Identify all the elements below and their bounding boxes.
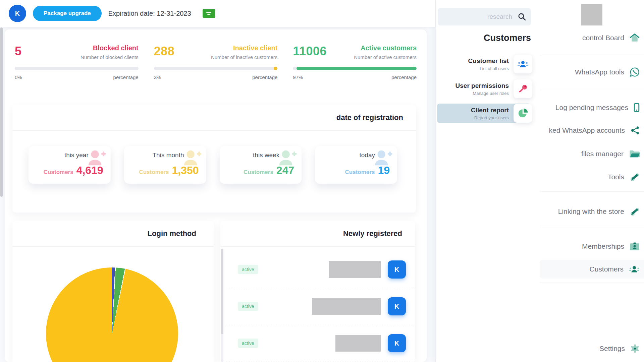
sidebar-item-customers[interactable]: Customers <box>540 260 644 279</box>
sidebar-item-log-pending-messages[interactable]: Log pending messages <box>540 98 644 117</box>
search-icon[interactable] <box>518 12 526 21</box>
sidebar-item-linking-with-store[interactable]: Linking with the store <box>540 202 644 221</box>
sidebar-item-files-manager[interactable]: files manager <box>540 144 644 163</box>
stat-title: Active customers <box>354 44 417 52</box>
sidebar-divider <box>540 191 644 192</box>
registration-card-this-week[interactable]: this week Customers 247 <box>220 146 302 184</box>
period-label: This month <box>131 152 199 159</box>
newly-registered-title: Newly registered <box>220 221 415 247</box>
sidebar-item-memberships[interactable]: Memberships <box>540 237 644 256</box>
stat-inactive-clients: 288 Inactive client Number of inactive c… <box>154 44 278 80</box>
submenu-item-user-permissions[interactable]: User permissions Manage user roles <box>436 78 540 100</box>
users-icon <box>514 55 532 73</box>
registration-card-this-month[interactable]: This month Customers 1,350 <box>124 146 206 184</box>
sidebar-item-label: Log pending messages <box>555 104 628 112</box>
period-label: this week <box>227 152 294 159</box>
search-placeholder: research <box>487 13 512 20</box>
stat-value: 5 <box>15 44 22 58</box>
top-bar: K Package upgrade Expiration date: 12-31… <box>0 0 435 27</box>
customers-value: 4,619 <box>76 164 103 177</box>
sidebar-item-settings[interactable]: Settings <box>540 339 644 358</box>
sidebar-item-whatsapp-tools[interactable]: WhatsApp tools <box>540 63 644 81</box>
sidebar-item-label: Tools <box>608 173 624 181</box>
registration-cards-row: this year Customers 4,619 <box>12 131 416 184</box>
stats-row: 5 Blocked client Number of blocked clien… <box>15 44 417 80</box>
newly-registered-card: Newly registered active K active K <box>220 221 415 362</box>
saudi-flag-icon[interactable] <box>203 9 215 18</box>
avatar[interactable]: K <box>388 260 406 279</box>
sidebar-divider <box>540 55 644 55</box>
progress-bar <box>154 67 278 70</box>
stat-subtitle: Number of inactive customers <box>211 54 277 60</box>
package-upgrade-button[interactable]: Package upgrade <box>33 6 102 21</box>
sidebar-item-label: Customers <box>589 265 624 273</box>
share-icon <box>630 126 640 135</box>
submenu-item-title: User permissions <box>455 82 509 89</box>
user-avatar[interactable]: K <box>9 5 26 22</box>
redacted-name-bar <box>312 298 381 315</box>
stat-subtitle: Number of blocked clients <box>80 54 139 60</box>
people-icon <box>629 265 640 273</box>
login-method-card: Login method <box>12 221 214 362</box>
folder-icon <box>629 149 640 158</box>
avatar[interactable]: K <box>388 334 406 352</box>
search-input[interactable]: research <box>438 8 531 25</box>
sidebar-item-linked-whatsapp-accounts[interactable]: Linked WhatsApp accounts <box>540 121 644 140</box>
customers-value: 19 <box>378 164 390 177</box>
list-scrollbar-thumb[interactable] <box>221 249 223 334</box>
submenu-item-subtitle: Report your users <box>471 115 509 120</box>
sidebar-item-tools[interactable]: Tools <box>540 168 644 186</box>
sidebar-divider <box>540 90 644 90</box>
gear-icon <box>630 344 640 353</box>
submenu-item-subtitle: Manage user roles <box>455 91 509 96</box>
pencil-icon <box>630 206 640 217</box>
stat-title: Blocked client <box>80 44 139 52</box>
sidebar-item-control-board[interactable]: control Board <box>540 28 644 47</box>
sidebar-item-label: Settings <box>599 345 625 353</box>
stat-percent-label: percentage <box>113 74 139 80</box>
stat-subtitle: Number of active customers <box>354 54 417 60</box>
stat-percent: 3% <box>154 74 161 80</box>
sidebar-item-label: Linking with the store <box>558 207 624 216</box>
date-of-registration-card: date of registration this year Customers <box>12 105 416 213</box>
sidebar-item-label: Memberships <box>582 242 624 250</box>
stat-percent: 0% <box>15 74 22 80</box>
list-item[interactable]: active K <box>226 288 415 325</box>
avatar[interactable]: K <box>388 297 406 315</box>
submenu-item-subtitle: List of all users <box>468 66 509 71</box>
registration-card-this-year[interactable]: this year Customers 4,619 <box>29 146 111 184</box>
page-scrollbar[interactable] <box>0 27 3 197</box>
customers-value: 247 <box>276 164 294 177</box>
list-item[interactable]: active K <box>226 251 415 288</box>
sidebar-divider <box>540 283 644 283</box>
whatsapp-icon <box>630 67 640 77</box>
expiration-date-text: Expiration date: 12-31-2023 <box>108 10 191 17</box>
sidebar-item-label: WhatsApp tools <box>575 68 624 76</box>
customers-value: 1,350 <box>172 164 199 177</box>
status-badge: active <box>238 265 258 274</box>
submenu-item-customer-list[interactable]: Customer list List of all users <box>436 53 540 75</box>
period-label: today <box>322 152 390 159</box>
content-panel: 5 Blocked client Number of blocked clien… <box>5 29 427 362</box>
progress-bar <box>293 67 417 70</box>
customers-label: Customers <box>44 169 73 176</box>
stat-percent-label: percentage <box>252 74 277 80</box>
customers-submenu-panel: research Customers Customer list List of… <box>435 0 540 362</box>
main-content: K Package upgrade Expiration date: 12-31… <box>0 0 435 362</box>
stat-percent: 97% <box>293 74 303 80</box>
date-of-registration-title: date of registration <box>12 105 416 131</box>
key-icon <box>514 79 532 98</box>
sidebar-item-label: files manager <box>581 150 624 158</box>
sidebar-divider <box>540 227 644 227</box>
login-method-pie-chart[interactable] <box>46 267 178 362</box>
sidebar-item-label: Linked WhatsApp accounts <box>549 126 625 134</box>
registration-card-today[interactable]: today Customers 19 <box>315 146 397 184</box>
phone-icon <box>634 103 640 113</box>
stat-value: 11006 <box>293 44 327 58</box>
sidebar-item-label: control Board <box>582 34 624 42</box>
submenu-item-client-report[interactable]: Client report Report your users <box>436 103 540 124</box>
app-logo-placeholder <box>581 4 602 25</box>
badge-icon <box>630 242 640 251</box>
customers-label: Customers <box>244 169 273 176</box>
list-item[interactable]: active K <box>226 325 415 362</box>
